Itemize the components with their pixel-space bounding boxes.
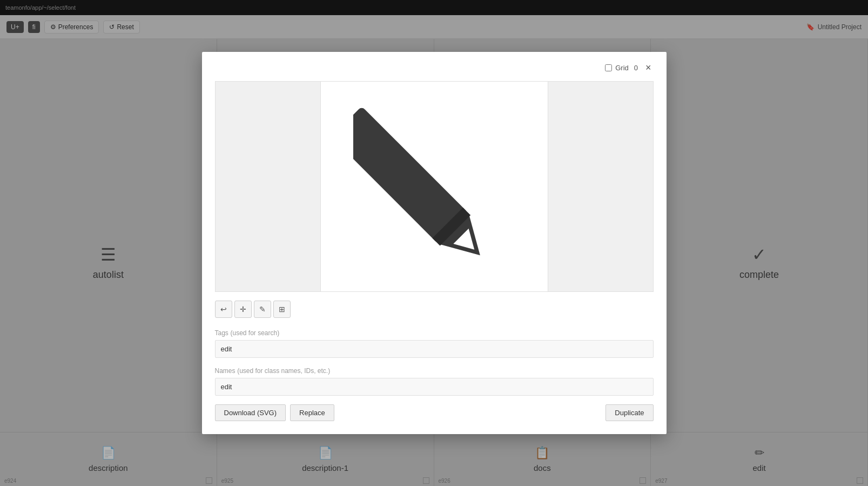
grid-checkbox-label: Grid: [605, 64, 629, 72]
modal-header: Grid 0 ×: [215, 63, 654, 72]
icon-edit-modal: Grid 0 ×: [202, 52, 667, 434]
edit-tool-button[interactable]: ✎: [254, 301, 271, 318]
preview-main: [321, 81, 548, 292]
icon-preview-area: [215, 81, 654, 292]
names-input[interactable]: [215, 378, 654, 396]
undo-tool-button[interactable]: ↩: [215, 301, 232, 318]
replace-button[interactable]: Replace: [290, 404, 334, 421]
names-label: Names (used for class names, IDs, etc.): [215, 367, 654, 375]
download-svg-button[interactable]: Download (SVG): [215, 404, 286, 421]
pencil-svg: [353, 105, 515, 268]
names-section: Names (used for class names, IDs, etc.): [215, 367, 654, 396]
tool-icons-row: ↩ ✛ ✎ ⊞: [215, 301, 654, 318]
preview-side-left: [215, 81, 321, 292]
duplicate-button[interactable]: Duplicate: [605, 404, 653, 421]
preview-side-right: [548, 81, 654, 292]
undo-icon: ↩: [220, 305, 227, 314]
grid-checkbox[interactable]: [605, 64, 612, 71]
modal-footer: Download (SVG) Replace Duplicate: [215, 404, 654, 421]
grid-icon: ⊞: [279, 305, 285, 314]
grid-tool-button[interactable]: ⊞: [273, 301, 291, 318]
edit-icon: ✎: [259, 305, 266, 314]
tags-section: Tags (used for search): [215, 329, 654, 358]
tags-label: Tags (used for search): [215, 329, 654, 337]
move-icon: ✛: [240, 305, 246, 314]
move-tool-button[interactable]: ✛: [234, 301, 252, 318]
tags-input[interactable]: [215, 340, 654, 358]
modal-close-button[interactable]: ×: [643, 63, 654, 72]
grid-count: 0: [634, 64, 638, 72]
modal-overlay: Grid 0 ×: [0, 0, 868, 486]
